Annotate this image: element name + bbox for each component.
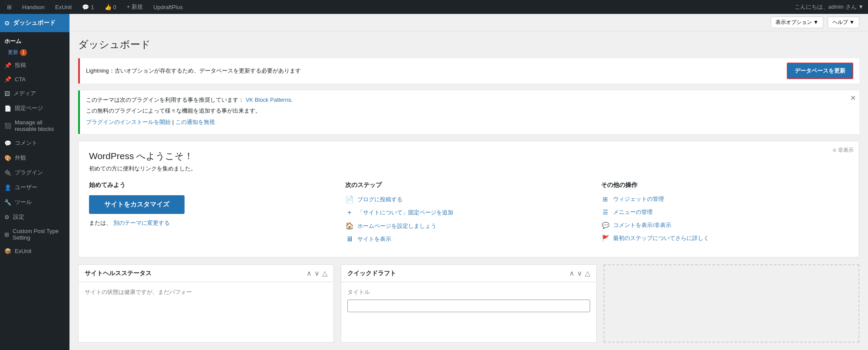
screen-options-label: 表示オプション ▼ — [776, 19, 818, 26]
admin-sidebar: ⊙ ダッシュボード ホーム 更新 1 📌 投稿 📌 CTA 🖼 メディア 📄 固… — [0, 14, 69, 350]
learn-more-link[interactable]: 最初のステップについてさらに詳しく — [613, 234, 709, 242]
add-about-page-link[interactable]: 「サイトについて」固定ページを追加 — [357, 209, 453, 217]
sidebar-item-plugins[interactable]: 🔌 プラグイン — [0, 165, 69, 180]
updates-label: 更新 — [8, 49, 18, 56]
sidebar-item-updates[interactable]: 更新 1 — [0, 47, 69, 58]
dashboard-widgets: サイトヘルスステータス ∧ ∨ △ サイトの状態は健康ですが、まだパフォー — [78, 264, 859, 343]
widgets-icon: ⊞ — [601, 196, 610, 203]
dashboard-label: ダッシュボード — [13, 19, 56, 27]
next-steps-heading: 次のステップ — [345, 181, 593, 189]
sidebar-item-settings[interactable]: ⚙ 設定 — [0, 210, 69, 224]
site-health-controls: ∧ ∨ △ — [307, 269, 327, 277]
help-button[interactable]: ヘルプ ▼ — [828, 17, 859, 28]
quick-draft-expand[interactable]: △ — [585, 269, 590, 277]
quick-draft-body: タイトル — [341, 282, 596, 318]
site-name-label: Handson — [22, 4, 45, 10]
sidebar-item-comments[interactable]: 💬 コメント — [0, 136, 69, 150]
manage-menus-link[interactable]: メニューの管理 — [613, 208, 653, 216]
quick-draft-controls: ∧ ∨ △ — [569, 269, 590, 277]
reusable-icon: ⬛ — [4, 123, 11, 129]
sidebar-item-cta[interactable]: 📌 CTA — [0, 73, 69, 86]
sidebar-item-media[interactable]: 🖼 メディア — [0, 86, 69, 101]
next-step-page: + 「サイトについて」固定ページを追加 — [345, 209, 593, 217]
next-step-homepage: 🏠 ホームページを設定しましょう — [345, 222, 593, 230]
admin-bar: ⊞ Handson ExUnit 💬 1 👍 0 + 新規 UpdraftPlu… — [0, 0, 868, 14]
site-health-expand[interactable]: △ — [322, 269, 327, 277]
install-plugin-link[interactable]: プラグインのインストールを開始 — [86, 119, 171, 125]
likes-menu[interactable]: 👍 0 — [102, 0, 119, 14]
set-homepage-link[interactable]: ホームページを設定しましょう — [357, 222, 436, 230]
new-content-label: + 新規 — [127, 3, 143, 11]
media-label: メディア — [13, 90, 36, 97]
site-health-widget: サイトヘルスステータス ∧ ∨ △ サイトの状態は健康ですが、まだパフォー — [78, 264, 334, 343]
custom-post-icon: ⊞ — [4, 231, 9, 238]
db-update-button[interactable]: データベースを更新 — [787, 63, 853, 79]
sidebar-item-appearance[interactable]: 🎨 外観 — [0, 150, 69, 165]
sidebar-item-custom-post[interactable]: ⊞ Custom Post Type Setting — [0, 224, 69, 244]
users-label: ユーザー — [15, 183, 37, 191]
quick-draft-collapse-up[interactable]: ∧ — [569, 269, 574, 277]
hide-welcome-label: ⊙ 非表示 — [832, 147, 854, 154]
updates-count-badge: 1 — [20, 49, 27, 56]
sidebar-item-home[interactable]: ホーム — [0, 32, 69, 47]
tools-label: ツール — [15, 198, 32, 206]
updraftplus-menu[interactable]: UpdraftPlus — [151, 0, 185, 14]
dashboard-icon: ⊙ — [4, 20, 10, 27]
view-site-link[interactable]: サイトを表示 — [357, 235, 391, 243]
site-health-collapse-up[interactable]: ∧ — [307, 269, 312, 277]
custom-post-label: Custom Post Type Setting — [13, 228, 65, 241]
new-content-menu[interactable]: + 新規 — [124, 0, 145, 14]
posts-icon: 📌 — [4, 62, 11, 69]
home-label: ホーム — [4, 38, 21, 44]
menus-icon: ☰ — [601, 209, 610, 216]
action-menus: ☰ メニューの管理 — [601, 208, 848, 216]
quick-draft-widget: クイックドラフト ∧ ∨ △ タイトル — [341, 264, 597, 343]
site-health-collapse-down[interactable]: ∨ — [314, 269, 320, 277]
comments-toggle-icon: 💬 — [601, 222, 610, 229]
screen-options-button[interactable]: 表示オプション ▼ — [771, 17, 823, 28]
wp-logo-icon: ⊞ — [7, 4, 12, 10]
site-health-header: サイトヘルスステータス ∧ ∨ △ — [79, 265, 333, 282]
media-icon: 🖼 — [4, 90, 10, 97]
sidebar-item-tools[interactable]: 🔧 ツール — [0, 195, 69, 210]
sidebar-item-exunit[interactable]: 📦 ExUnit — [0, 244, 69, 258]
vk-block-patterns-link[interactable]: VK Block Patterns — [246, 97, 291, 103]
welcome-columns: 始めてみよう サイトをカスタマイズ または、 別のテーマに変更する 次のステップ — [89, 181, 848, 248]
change-theme-link[interactable]: 別のテーマに変更する — [113, 220, 170, 226]
likes-count: 0 — [113, 4, 116, 10]
pages-icon: 📄 — [4, 105, 11, 112]
notice-close-button[interactable]: ✕ — [850, 94, 856, 102]
plugin-notice-line2: この無料のプラグインによって様々な機能を追加する事が出来ます。 — [86, 107, 853, 115]
ex-unit-menu[interactable]: ExUnit — [53, 0, 74, 14]
wp-logo-menu[interactable]: ⊞ — [4, 0, 14, 14]
help-label: ヘルプ ▼ — [832, 19, 855, 26]
manage-widgets-link[interactable]: ウィジェットの管理 — [613, 195, 664, 203]
action-widgets: ⊞ ウィジェットの管理 — [601, 195, 848, 203]
next-step-view: 🖥 サイトを表示 — [345, 235, 593, 243]
hide-welcome-button[interactable]: ⊙ 非表示 — [832, 147, 854, 154]
updraftplus-label: UpdraftPlus — [153, 4, 183, 10]
sidebar-item-posts[interactable]: 📌 投稿 — [0, 58, 69, 73]
quick-draft-collapse-down[interactable]: ∨ — [577, 269, 582, 277]
comments-menu[interactable]: 💬 1 — [79, 0, 96, 14]
sidebar-item-pages[interactable]: 📄 固定ページ — [0, 101, 69, 116]
page-wrap: ダッシュボード Lightning：古いオプションが存在するため、データベースを… — [69, 31, 868, 350]
other-actions-heading: その他の操作 — [601, 181, 848, 189]
welcome-col-start: 始めてみよう サイトをカスタマイズ または、 別のテーマに変更する — [89, 181, 337, 248]
plugins-label: プラグイン — [15, 169, 43, 177]
view-site-icon: 🖥 — [345, 235, 354, 243]
blog-post-icon: 📄 — [345, 195, 354, 203]
customize-button[interactable]: サイトをカスタマイズ — [89, 195, 185, 214]
dismiss-notice-link[interactable]: この通知を無視 — [175, 119, 215, 125]
blog-post-link[interactable]: ブログに投稿する — [357, 196, 403, 203]
settings-icon: ⚙ — [4, 214, 10, 220]
toggle-comments-link[interactable]: コメントを表示/非表示 — [613, 221, 671, 229]
db-update-notice: Lightning：古いオプションが存在するため、データベースを更新する必要があ… — [78, 58, 859, 83]
quick-draft-title-input[interactable] — [347, 300, 590, 312]
settings-label: 設定 — [13, 213, 24, 221]
site-name-menu[interactable]: Handson — [20, 0, 47, 14]
plugin-notice-actions: プラグインのインストールを開始 | この通知を無視 — [86, 118, 853, 127]
sidebar-dashboard-header[interactable]: ⊙ ダッシュボード — [0, 14, 69, 32]
sidebar-item-users[interactable]: 👤 ユーザー — [0, 180, 69, 195]
sidebar-item-reusable[interactable]: ⬛ Manage all reusable blocks — [0, 116, 69, 136]
